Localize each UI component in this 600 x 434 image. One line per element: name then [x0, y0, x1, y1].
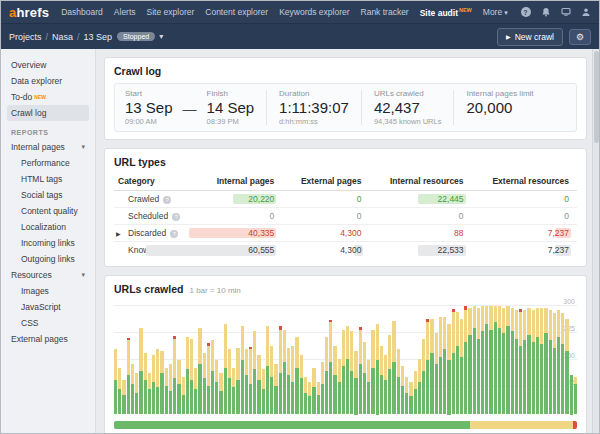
cell-value: 88: [369, 225, 471, 242]
chart-bar: [549, 310, 552, 415]
info-icon[interactable]: ?: [163, 196, 171, 204]
bar-seg-3xx: [321, 362, 324, 384]
chart-bar: [473, 306, 476, 414]
cell-value: 60,555: [198, 242, 282, 259]
display-icon[interactable]: [560, 7, 571, 18]
sidebar-item-external-pages[interactable]: External pages: [7, 331, 89, 347]
chart-bar: [557, 310, 560, 415]
chevron-down-icon[interactable]: ▾: [81, 271, 85, 279]
nav-item-content-explorer[interactable]: Content explorer: [205, 7, 268, 17]
scrollbar-thumb[interactable]: [594, 51, 599, 143]
nav-item-rank-tracker[interactable]: Rank tracker: [361, 7, 409, 17]
bar-seg-2xx: [122, 395, 125, 415]
bar-seg-3xx: [473, 306, 476, 328]
breadcrumb-projects[interactable]: Projects: [9, 32, 42, 42]
sidebar-item-content-quality[interactable]: Content quality: [7, 203, 89, 219]
chart-bar: [186, 337, 189, 415]
bar-seg-2xx: [477, 339, 480, 415]
page-body: OverviewData explorerTo-doNEWCrawl logRE…: [1, 49, 599, 433]
chart-bar: [376, 324, 379, 414]
table-row-scheduled[interactable]: Scheduled?0000: [114, 208, 577, 225]
chevron-down-icon[interactable]: ▾: [81, 143, 85, 151]
chevron-down-icon[interactable]: ▾: [159, 32, 163, 41]
table-row-crawled[interactable]: Crawled?20,220022,4450: [114, 191, 577, 208]
chart-subtitle: 1 bar = 10 min: [189, 286, 240, 295]
stat-divider: [266, 90, 267, 125]
help-icon[interactable]: ?: [520, 7, 531, 18]
sidebar-item-incoming-links[interactable]: Incoming links: [7, 235, 89, 251]
bar-seg-2xx: [156, 387, 159, 414]
chart-bar: [329, 320, 332, 415]
sidebar-item-css[interactable]: CSS: [7, 315, 89, 331]
bar-seg-3xx: [186, 337, 189, 370]
bar-seg-2xx: [249, 384, 252, 415]
sidebar-item-internal-pages[interactable]: Internal pages▾: [7, 139, 89, 155]
bar-seg-2xx: [190, 380, 193, 414]
scrollbar[interactable]: [592, 49, 599, 433]
cell-number: 40,335: [248, 228, 274, 238]
sidebar-item-overview[interactable]: Overview: [7, 57, 89, 73]
sidebar-item-localization[interactable]: Localization: [7, 219, 89, 235]
bar-seg-2xx: [494, 322, 497, 414]
nav-item-keywords-explorer[interactable]: Keywords explorer: [279, 7, 349, 17]
sidebar-item-html-tags[interactable]: HTML tags: [7, 171, 89, 187]
bar-seg-3xx: [283, 330, 286, 363]
breadcrumb-13-sep[interactable]: 13 Sep: [84, 32, 113, 42]
sidebar-item-javascript[interactable]: JavaScript: [7, 299, 89, 315]
table-row-known[interactable]: Known?60,5554,30022,5337,237: [114, 242, 577, 259]
nav-item-more[interactable]: More▾: [483, 7, 508, 17]
expand-caret-icon[interactable]: ▶: [116, 230, 121, 237]
nav-item-site-explorer[interactable]: Site explorer: [147, 7, 195, 17]
info-icon[interactable]: ?: [170, 230, 178, 238]
bar-seg-3xx: [160, 351, 163, 373]
sidebar-item-social-tags[interactable]: Social tags: [7, 187, 89, 203]
ahrefs-logo[interactable]: ahrefs: [9, 5, 49, 20]
stat-value: 20,000: [466, 99, 533, 116]
nav-item-dashboard[interactable]: Dashboard: [61, 7, 103, 17]
bar-seg-2xx: [557, 337, 560, 415]
crawl-log-card: Crawl log Start13 Sep09:00 AM—Finish14 S…: [104, 57, 587, 140]
stat-urls-crawled: URLs crawled42,43794,345 known URLs: [364, 89, 452, 126]
sidebar-item-data-explorer[interactable]: Data explorer: [7, 73, 89, 89]
bar-seg-2xx: [363, 373, 366, 415]
bar-seg-2xx: [203, 378, 206, 414]
cell-value: 0: [282, 191, 369, 208]
chart-bar: [274, 364, 277, 415]
chart-bar: [439, 317, 442, 415]
bar-seg-3xx: [266, 326, 269, 366]
chart-bar: [565, 319, 568, 415]
bar-seg-2xx: [317, 395, 320, 415]
bar-seg-2xx: [236, 380, 239, 414]
bar-seg-2xx: [561, 344, 564, 414]
bar-seg-2xx: [439, 357, 442, 415]
chart-bars[interactable]: [114, 303, 577, 415]
bar-seg-3xx: [414, 371, 417, 389]
bar-seg-2xx: [304, 393, 307, 415]
chart-bar: [515, 310, 518, 415]
account-icon[interactable]: [580, 7, 591, 18]
bar-seg-3xx: [426, 322, 429, 360]
chart-bar: [477, 308, 480, 415]
crawl-chart[interactable]: 75150225300: [114, 303, 577, 415]
nav-item-alerts[interactable]: Alerts: [114, 7, 136, 17]
bar-seg-3xx: [384, 355, 387, 380]
sidebar-item-performance[interactable]: Performance: [7, 155, 89, 171]
info-icon[interactable]: ?: [172, 213, 180, 221]
breadcrumb-nasa[interactable]: Nasa: [52, 32, 73, 42]
cell-number: 4,300: [340, 228, 361, 238]
nav-item-site-audit[interactable]: Site auditNEW: [420, 7, 472, 18]
chart-bar: [502, 308, 505, 415]
sidebar-item-crawl-log[interactable]: Crawl log: [7, 105, 89, 121]
cell-value: 7,237: [472, 242, 577, 259]
sidebar-item-to-do[interactable]: To-doNEW: [7, 89, 89, 105]
bar-seg-2xx: [325, 371, 328, 414]
bar-seg-2xx: [135, 393, 138, 415]
new-crawl-button[interactable]: ▶ New crawl: [497, 28, 563, 46]
settings-button[interactable]: ⚙: [569, 29, 591, 45]
table-row-discarded[interactable]: ▶Discarded?40,3354,300887,237: [114, 225, 577, 242]
sidebar-item-resources[interactable]: Resources▾: [7, 267, 89, 283]
notifications-icon[interactable]: [540, 7, 551, 18]
sidebar-item-outgoing-links[interactable]: Outgoing links: [7, 251, 89, 267]
chart-bar: [287, 348, 290, 415]
sidebar-item-images[interactable]: Images: [7, 283, 89, 299]
